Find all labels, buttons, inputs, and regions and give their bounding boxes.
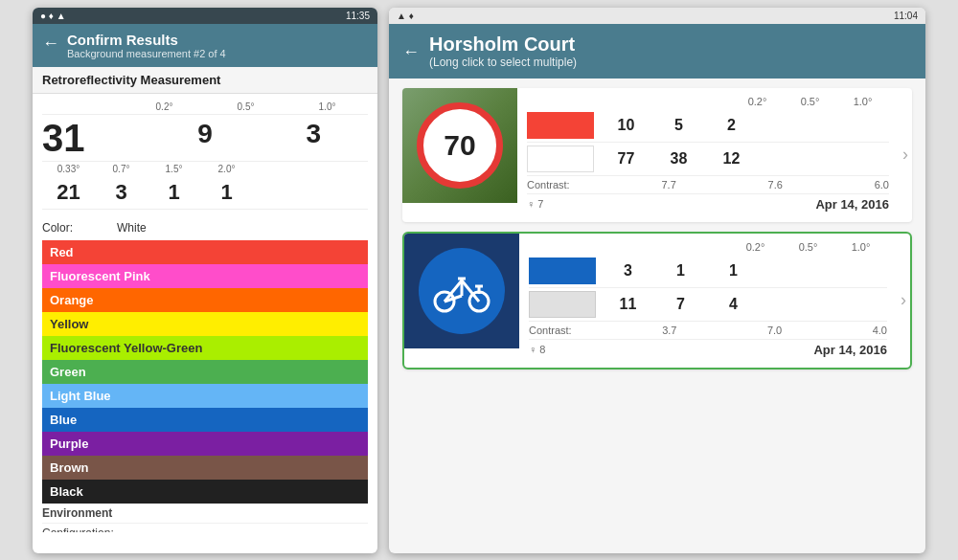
angle-col-10-bike: 1.0°: [834, 241, 887, 253]
confirm-results-title: Confirm Results: [67, 32, 226, 48]
contrast-val-02-bike: 3.7: [662, 325, 676, 336]
blue-val-10: 1: [707, 262, 760, 280]
angle-row-1: 0.2° 0.5° 1.0°: [42, 100, 368, 115]
angle-col-05-bike: 0.5°: [782, 241, 834, 253]
sign-contrast-bike: Contrast: 3.7 7.0 4.0: [529, 322, 887, 340]
blue-val-02: 3: [602, 262, 654, 280]
chevron-right-70: ›: [899, 145, 912, 165]
date-70: Apr 14, 2016: [815, 197, 889, 212]
color-blue[interactable]: Blue: [42, 408, 368, 432]
gray-val-02: 11: [602, 296, 654, 313]
speed-sign-circle: 70: [417, 102, 503, 189]
environment-label: Environment: [42, 506, 138, 520]
sign-row-white: 77 38 12: [527, 143, 889, 176]
angle-headers-70: 0.2° 0.5° 1.0°: [527, 96, 889, 107]
top-bar-right: ← Horsholm Court (Long click to select m…: [389, 24, 925, 78]
swatch-gray: [529, 291, 596, 318]
measurement-grid: 0.2° 0.5° 1.0° 31 9 3 0.33° 0.7° 1.5° 2.…: [33, 94, 377, 215]
value-row-1: 31 9 3: [42, 115, 368, 162]
angle-033: 0.33°: [42, 164, 95, 174]
info-rows: Environment Configuration: Facing: Tilt:…: [33, 504, 377, 532]
color-dropdown[interactable]: Red Fluorescent Pink Orange Yellow Fluor…: [42, 240, 368, 504]
color-red[interactable]: Red: [42, 240, 368, 264]
contrast-label-70: Contrast:: [527, 179, 570, 190]
angle-10: 1.0°: [286, 101, 368, 112]
sign-footer-70: ♀ 7 Apr 14, 2016: [527, 194, 889, 214]
angle-col-05: 0.5°: [784, 96, 836, 107]
sign-contrast-70: Contrast: 7.7 7.6 6.0: [527, 176, 889, 194]
angle-05: 0.5°: [205, 101, 286, 112]
bicycle-svg: [433, 267, 490, 315]
sign-row-red: 10 5 2: [527, 109, 889, 143]
back-button-right[interactable]: ←: [402, 42, 420, 62]
sign-list: 70 0.2° 0.5° 1.0° 10 5 2: [389, 78, 925, 379]
angle-02: 0.2°: [124, 101, 205, 112]
gray-val-10: 4: [707, 296, 760, 313]
sign-row-gray: 11 7 4: [529, 288, 887, 322]
color-fluorescent-pink[interactable]: Fluorescent Pink: [42, 264, 368, 288]
sign-image-bike: [404, 234, 519, 348]
color-orange[interactable]: Orange: [42, 288, 368, 312]
info-environment: Environment: [42, 504, 368, 524]
color-white-option[interactable]: White: [109, 218, 368, 237]
angle-col-02: 0.2°: [731, 96, 784, 107]
color-label: Color:: [42, 221, 109, 235]
sign-data-bike: 0.2° 0.5° 1.0° 3 1 1 11 7 4: [519, 234, 897, 368]
color-black[interactable]: Black: [42, 480, 368, 504]
angle-label: [42, 101, 124, 112]
top-bar-text: Confirm Results Background measurement #…: [67, 32, 226, 59]
phone-left-content: Retroreflectivity Measurement 0.2° 0.5° …: [33, 67, 377, 532]
location-title: Horsholm Court: [429, 34, 577, 56]
bike-sign-circle: [419, 248, 505, 334]
value-31: 31: [42, 119, 150, 157]
sign-photo-70: 70: [402, 88, 517, 203]
color-purple[interactable]: Purple: [42, 432, 368, 456]
sign-image-70: 70: [402, 88, 517, 203]
value-row-2: 21 3 1 1: [42, 176, 368, 210]
white-val-05: 38: [652, 150, 705, 168]
angle-15: 1.5°: [148, 164, 200, 174]
pin-icon-70: ♀ 7: [527, 198, 543, 210]
status-right-left-icons: ▲ ♦: [397, 11, 414, 21]
value-3b: 3: [95, 180, 148, 205]
gray-val-05: 7: [654, 296, 707, 313]
phone-right: ▲ ♦ 11:04 ← Horsholm Court (Long click t…: [389, 8, 925, 553]
value-9: 9: [150, 119, 259, 157]
chevron-right-bike: ›: [897, 290, 910, 310]
blue-val-05: 1: [654, 262, 707, 280]
angle-col-10: 1.0°: [836, 96, 889, 107]
value-1: 1: [148, 180, 200, 205]
color-light-blue[interactable]: Light Blue: [42, 384, 368, 408]
color-label-row: Color: White: [33, 215, 377, 240]
red-val-10: 2: [705, 117, 758, 134]
status-time-left: 11:35: [346, 11, 370, 21]
top-bar-left: ← Confirm Results Background measurement…: [33, 24, 377, 67]
info-configuration: Configuration:: [42, 524, 368, 532]
sign-card-70[interactable]: 70 0.2° 0.5° 1.0° 10 5 2: [402, 88, 912, 222]
color-green[interactable]: Green: [42, 360, 368, 384]
sign-data-70: 0.2° 0.5° 1.0° 10 5 2 77 38 12: [517, 88, 899, 222]
sign-card-bike[interactable]: 0.2° 0.5° 1.0° 3 1 1 11 7 4: [402, 232, 912, 370]
date-bike: Apr 14, 2016: [813, 343, 887, 357]
contrast-val-05-bike: 7.0: [767, 325, 782, 336]
color-brown[interactable]: Brown: [42, 456, 368, 480]
measurement-subtitle: Background measurement #2 of 4: [67, 48, 226, 59]
pin-icon-bike: ♀ 8: [529, 344, 545, 355]
angle-20: 2.0°: [200, 164, 253, 174]
sign-footer-bike: ♀ 8 Apr 14, 2016: [529, 340, 887, 360]
color-fluorescent-yellow-green[interactable]: Fluorescent Yellow-Green: [42, 336, 368, 360]
color-yellow[interactable]: Yellow: [42, 312, 368, 336]
value-3: 3: [260, 119, 368, 157]
angle-07: 0.7°: [95, 164, 148, 174]
white-val-10: 12: [705, 150, 758, 168]
swatch-blue: [529, 258, 596, 284]
angle-col-02-bike: 0.2°: [729, 241, 782, 253]
screenshots-container: ● ♦ ▲ 11:35 ← Confirm Results Background…: [33, 8, 925, 553]
red-val-02: 10: [600, 117, 652, 134]
back-button[interactable]: ←: [42, 34, 59, 54]
section-title: Retroreflectivity Measurement: [33, 67, 377, 94]
contrast-val-10-70: 6.0: [875, 179, 889, 190]
white-val-02: 77: [600, 150, 652, 168]
status-time-right: 11:04: [894, 11, 918, 21]
status-left-icons: ● ♦ ▲: [40, 11, 66, 21]
